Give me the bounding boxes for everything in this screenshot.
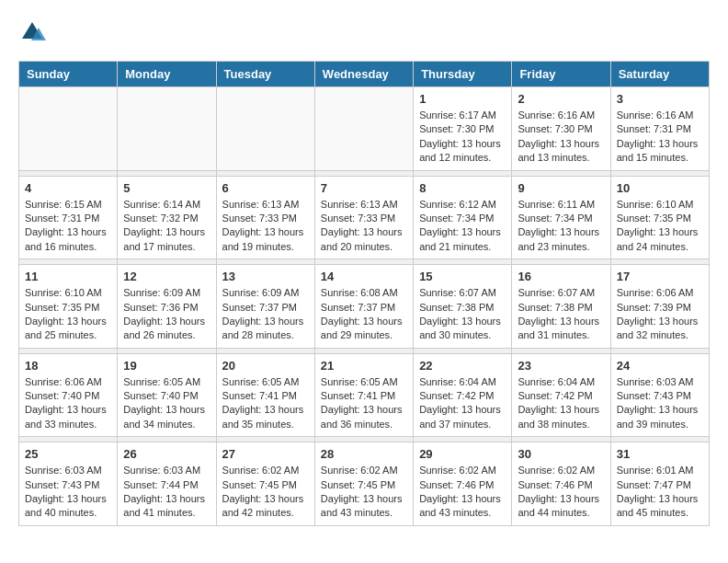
- calendar-cell: 6Sunrise: 6:13 AMSunset: 7:33 PMDaylight…: [216, 176, 314, 259]
- day-info: Sunrise: 6:03 AMSunset: 7:43 PMDaylight:…: [617, 375, 703, 432]
- calendar-cell: 10Sunrise: 6:10 AMSunset: 7:35 PMDayligh…: [610, 176, 709, 259]
- calendar-cell: 21Sunrise: 6:05 AMSunset: 7:41 PMDayligh…: [314, 353, 413, 437]
- day-info: Sunrise: 6:02 AMSunset: 7:46 PMDaylight:…: [419, 464, 506, 521]
- calendar-cell: 28Sunrise: 6:02 AMSunset: 7:45 PMDayligh…: [314, 442, 413, 526]
- calendar-cell: 1Sunrise: 6:17 AMSunset: 7:30 PMDaylight…: [414, 87, 512, 171]
- calendar-cell: 23Sunrise: 6:04 AMSunset: 7:42 PMDayligh…: [512, 353, 610, 437]
- calendar-week-4: 18Sunrise: 6:06 AMSunset: 7:40 PMDayligh…: [19, 353, 710, 437]
- day-number: 2: [518, 92, 604, 106]
- calendar-cell: 22Sunrise: 6:04 AMSunset: 7:42 PMDayligh…: [414, 353, 512, 437]
- calendar-cell: 7Sunrise: 6:13 AMSunset: 7:33 PMDaylight…: [314, 176, 413, 259]
- day-number: 31: [617, 447, 703, 461]
- day-info: Sunrise: 6:07 AMSunset: 7:38 PMDaylight:…: [518, 286, 604, 343]
- column-header-friday: Friday: [512, 62, 610, 87]
- calendar-cell: 2Sunrise: 6:16 AMSunset: 7:30 PMDaylight…: [512, 87, 610, 171]
- calendar-cell: 19Sunrise: 6:05 AMSunset: 7:40 PMDayligh…: [118, 353, 216, 437]
- day-info: Sunrise: 6:13 AMSunset: 7:33 PMDaylight:…: [321, 198, 407, 255]
- day-number: 26: [123, 447, 210, 461]
- day-number: 11: [25, 270, 111, 283]
- day-info: Sunrise: 6:05 AMSunset: 7:41 PMDaylight:…: [222, 375, 309, 432]
- calendar-cell: [118, 87, 216, 171]
- calendar-cell: 15Sunrise: 6:07 AMSunset: 7:38 PMDayligh…: [414, 265, 512, 349]
- day-info: Sunrise: 6:07 AMSunset: 7:38 PMDaylight:…: [419, 286, 506, 343]
- calendar-cell: 20Sunrise: 6:05 AMSunset: 7:41 PMDayligh…: [216, 353, 314, 437]
- day-number: 27: [222, 447, 309, 461]
- day-number: 12: [123, 270, 210, 283]
- calendar-cell: 26Sunrise: 6:03 AMSunset: 7:44 PMDayligh…: [118, 442, 216, 526]
- day-info: Sunrise: 6:09 AMSunset: 7:37 PMDaylight:…: [222, 286, 309, 343]
- column-header-thursday: Thursday: [414, 62, 512, 87]
- day-number: 5: [123, 181, 210, 195]
- calendar-week-1: 1Sunrise: 6:17 AMSunset: 7:30 PMDaylight…: [19, 87, 710, 171]
- day-info: Sunrise: 6:05 AMSunset: 7:41 PMDaylight:…: [321, 375, 407, 432]
- day-info: Sunrise: 6:14 AMSunset: 7:32 PMDaylight:…: [123, 198, 210, 255]
- day-info: Sunrise: 6:02 AMSunset: 7:45 PMDaylight:…: [321, 464, 407, 521]
- calendar-cell: 27Sunrise: 6:02 AMSunset: 7:45 PMDayligh…: [216, 442, 314, 526]
- calendar-cell: 8Sunrise: 6:12 AMSunset: 7:34 PMDaylight…: [414, 176, 512, 259]
- day-number: 17: [617, 270, 703, 283]
- day-number: 24: [617, 359, 703, 373]
- day-info: Sunrise: 6:06 AMSunset: 7:40 PMDaylight:…: [25, 375, 111, 432]
- day-info: Sunrise: 6:16 AMSunset: 7:30 PMDaylight:…: [518, 109, 604, 166]
- day-info: Sunrise: 6:17 AMSunset: 7:30 PMDaylight:…: [419, 109, 506, 166]
- calendar-cell: 29Sunrise: 6:02 AMSunset: 7:46 PMDayligh…: [414, 442, 512, 526]
- calendar-cell: 31Sunrise: 6:01 AMSunset: 7:47 PMDayligh…: [610, 442, 709, 526]
- calendar-cell: 12Sunrise: 6:09 AMSunset: 7:36 PMDayligh…: [118, 265, 216, 349]
- calendar-week-5: 25Sunrise: 6:03 AMSunset: 7:43 PMDayligh…: [19, 442, 710, 526]
- column-header-wednesday: Wednesday: [314, 62, 413, 87]
- calendar-cell: [19, 87, 118, 171]
- day-number: 29: [419, 447, 506, 461]
- column-header-saturday: Saturday: [610, 62, 709, 87]
- day-info: Sunrise: 6:16 AMSunset: 7:31 PMDaylight:…: [617, 109, 703, 166]
- day-info: Sunrise: 6:10 AMSunset: 7:35 PMDaylight:…: [25, 286, 111, 343]
- day-info: Sunrise: 6:11 AMSunset: 7:34 PMDaylight:…: [518, 198, 604, 255]
- column-header-sunday: Sunday: [19, 62, 118, 87]
- day-number: 10: [617, 181, 703, 195]
- calendar-cell: 17Sunrise: 6:06 AMSunset: 7:39 PMDayligh…: [610, 265, 709, 349]
- day-number: 22: [419, 359, 506, 373]
- calendar-week-3: 11Sunrise: 6:10 AMSunset: 7:35 PMDayligh…: [19, 265, 710, 349]
- day-number: 6: [222, 181, 309, 195]
- day-info: Sunrise: 6:02 AMSunset: 7:46 PMDaylight:…: [518, 464, 604, 521]
- day-info: Sunrise: 6:03 AMSunset: 7:44 PMDaylight:…: [123, 464, 210, 521]
- day-info: Sunrise: 6:13 AMSunset: 7:33 PMDaylight:…: [222, 198, 309, 255]
- day-info: Sunrise: 6:08 AMSunset: 7:37 PMDaylight:…: [321, 286, 407, 343]
- calendar-cell: 24Sunrise: 6:03 AMSunset: 7:43 PMDayligh…: [610, 353, 709, 437]
- calendar-cell: 3Sunrise: 6:16 AMSunset: 7:31 PMDaylight…: [610, 87, 709, 171]
- calendar-cell: 11Sunrise: 6:10 AMSunset: 7:35 PMDayligh…: [19, 265, 118, 349]
- day-number: 19: [123, 359, 210, 373]
- calendar-cell: 25Sunrise: 6:03 AMSunset: 7:43 PMDayligh…: [19, 442, 118, 526]
- day-info: Sunrise: 6:04 AMSunset: 7:42 PMDaylight:…: [419, 375, 506, 432]
- day-number: 25: [25, 447, 111, 461]
- calendar-week-2: 4Sunrise: 6:15 AMSunset: 7:31 PMDaylight…: [19, 176, 710, 259]
- day-number: 13: [222, 270, 309, 283]
- day-info: Sunrise: 6:15 AMSunset: 7:31 PMDaylight:…: [25, 198, 111, 255]
- calendar-cell: 16Sunrise: 6:07 AMSunset: 7:38 PMDayligh…: [512, 265, 610, 349]
- day-number: 23: [518, 359, 604, 373]
- day-number: 14: [321, 270, 407, 283]
- day-number: 4: [25, 181, 111, 195]
- calendar-cell: [216, 87, 314, 171]
- day-info: Sunrise: 6:02 AMSunset: 7:45 PMDaylight:…: [222, 464, 309, 521]
- calendar-cell: 13Sunrise: 6:09 AMSunset: 7:37 PMDayligh…: [216, 265, 314, 349]
- logo-icon: [18, 18, 46, 46]
- day-info: Sunrise: 6:12 AMSunset: 7:34 PMDaylight:…: [419, 198, 506, 255]
- day-number: 3: [617, 92, 703, 106]
- calendar-table: SundayMondayTuesdayWednesdayThursdayFrid…: [18, 61, 710, 526]
- day-number: 15: [419, 270, 506, 283]
- day-number: 21: [321, 359, 407, 373]
- calendar-cell: 5Sunrise: 6:14 AMSunset: 7:32 PMDaylight…: [118, 176, 216, 259]
- day-info: Sunrise: 6:05 AMSunset: 7:40 PMDaylight:…: [123, 375, 210, 432]
- column-header-tuesday: Tuesday: [216, 62, 314, 87]
- day-number: 18: [25, 359, 111, 373]
- calendar-header-row: SundayMondayTuesdayWednesdayThursdayFrid…: [19, 62, 710, 87]
- day-info: Sunrise: 6:09 AMSunset: 7:36 PMDaylight:…: [123, 286, 210, 343]
- calendar-cell: 30Sunrise: 6:02 AMSunset: 7:46 PMDayligh…: [512, 442, 610, 526]
- day-number: 9: [518, 181, 604, 195]
- day-number: 16: [518, 270, 604, 283]
- column-header-monday: Monday: [118, 62, 216, 87]
- day-info: Sunrise: 6:03 AMSunset: 7:43 PMDaylight:…: [25, 464, 111, 521]
- calendar-cell: 9Sunrise: 6:11 AMSunset: 7:34 PMDaylight…: [512, 176, 610, 259]
- day-info: Sunrise: 6:04 AMSunset: 7:42 PMDaylight:…: [518, 375, 604, 432]
- day-number: 30: [518, 447, 604, 461]
